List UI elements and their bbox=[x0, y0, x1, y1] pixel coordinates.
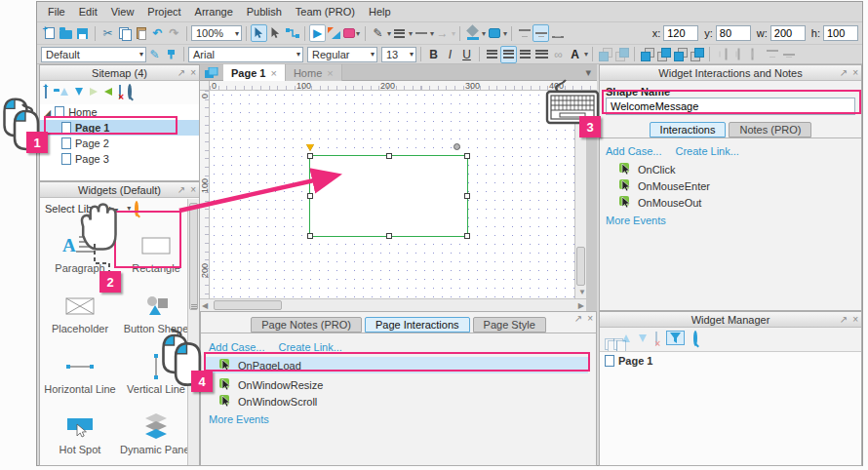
widget-style-select[interactable]: Default▾ bbox=[41, 47, 146, 62]
publish-button[interactable]: ▾ bbox=[342, 24, 361, 42]
save-button[interactable] bbox=[74, 24, 91, 42]
align-centers-button[interactable] bbox=[730, 46, 747, 63]
scroll-left-icon[interactable]: ◀ bbox=[202, 301, 208, 311]
tab-close-icon[interactable]: × bbox=[270, 67, 276, 79]
tab-home[interactable]: Home× bbox=[286, 64, 342, 81]
tab-close-icon[interactable]: × bbox=[327, 67, 333, 79]
share-button[interactable] bbox=[326, 24, 342, 42]
menu-file[interactable]: File bbox=[41, 3, 72, 20]
create-link-link[interactable]: Create Link... bbox=[675, 145, 738, 157]
delete-page-button[interactable] bbox=[119, 86, 121, 98]
bold-button[interactable]: B bbox=[425, 46, 442, 63]
font-select[interactable]: Arial▾ bbox=[188, 47, 303, 62]
selected-rectangle-widget[interactable] bbox=[309, 155, 468, 237]
zoom-select[interactable]: 100%▾ bbox=[191, 25, 242, 41]
resize-handle-s[interactable] bbox=[386, 233, 392, 239]
resize-handle-se[interactable] bbox=[464, 233, 470, 239]
widget-partial-left[interactable] bbox=[44, 457, 116, 466]
open-button[interactable] bbox=[58, 24, 74, 42]
cut-button[interactable]: ✂ bbox=[99, 24, 116, 42]
select-library-dropdown[interactable]: Select Library ▾ bbox=[45, 203, 118, 215]
resize-handle-ne[interactable] bbox=[464, 153, 470, 159]
tree-item-page2[interactable]: Page 2 bbox=[40, 136, 199, 151]
x-field[interactable] bbox=[663, 25, 698, 41]
format-painter-button[interactable] bbox=[163, 46, 179, 63]
tree-item-page3[interactable]: Page 3 bbox=[40, 151, 199, 167]
close-icon[interactable]: × bbox=[852, 312, 858, 327]
scrollbar-thumb[interactable] bbox=[576, 247, 585, 286]
add-case-link[interactable]: Add Case... bbox=[606, 145, 661, 157]
widgets-search-button[interactable] bbox=[135, 203, 138, 215]
widget-dynamic-panel[interactable]: Dynamic Panel bbox=[120, 411, 192, 455]
resize-handle-sw[interactable] bbox=[307, 233, 313, 239]
line-weight-button[interactable] bbox=[391, 24, 408, 42]
y-field[interactable] bbox=[716, 25, 751, 41]
resize-handle-nw[interactable] bbox=[307, 153, 313, 159]
w-field[interactable] bbox=[770, 25, 806, 41]
valign-middle-button[interactable] bbox=[533, 24, 549, 42]
align-right-button[interactable] bbox=[517, 46, 533, 63]
select-mode-button[interactable] bbox=[251, 24, 267, 42]
menu-edit[interactable]: Edit bbox=[72, 3, 104, 20]
send-backward-button[interactable] bbox=[689, 46, 705, 63]
menu-view[interactable]: View bbox=[104, 3, 141, 20]
scroll-down-icon[interactable]: ▼ bbox=[578, 288, 586, 297]
widget-hot-spot[interactable]: Hot Spot bbox=[44, 411, 116, 455]
event-onwindowscroll[interactable]: OnWindowScroll bbox=[204, 393, 588, 410]
bring-forward-button[interactable] bbox=[672, 46, 689, 63]
expand-icon[interactable]: ◢ bbox=[45, 108, 51, 117]
menu-publish[interactable]: Publish bbox=[240, 3, 289, 20]
widget-partial-right[interactable] bbox=[120, 457, 192, 466]
canvas-hscrollbar[interactable]: ◀ ▶ bbox=[200, 298, 586, 311]
tab-page-style[interactable]: Page Style bbox=[473, 317, 546, 333]
menu-team[interactable]: Team (PRO) bbox=[289, 3, 362, 20]
distribute-button[interactable] bbox=[780, 46, 797, 63]
align-center-button[interactable] bbox=[500, 46, 517, 63]
font-weight-select[interactable]: Regular▾ bbox=[307, 47, 377, 62]
undock-icon[interactable]: ↗ bbox=[178, 182, 185, 197]
group-button[interactable] bbox=[597, 46, 613, 63]
redo-button[interactable]: ↷ bbox=[166, 24, 182, 42]
event-onmouseout[interactable]: OnMouseOut bbox=[619, 194, 710, 211]
tab-page-notes[interactable]: Page Notes (PRO) bbox=[251, 317, 362, 333]
tab-notes[interactable]: Notes (PRO) bbox=[729, 122, 811, 137]
paste-button[interactable] bbox=[133, 24, 149, 42]
scroll-up-icon[interactable]: ▲ bbox=[578, 92, 586, 101]
scroll-right-icon[interactable]: ▶ bbox=[578, 301, 584, 311]
event-onwindowresize[interactable]: OnWindowResize bbox=[204, 376, 588, 393]
tree-item-page1[interactable]: Page 1 bbox=[40, 120, 199, 136]
align-right-edges-button[interactable] bbox=[747, 46, 764, 63]
tab-interactions[interactable]: Interactions bbox=[650, 122, 727, 137]
resize-handle-n[interactable] bbox=[386, 153, 392, 159]
widgets-scrollbar[interactable] bbox=[187, 199, 199, 465]
close-icon[interactable]: × bbox=[190, 65, 196, 80]
tab-list-dropdown[interactable]: ▾ bbox=[579, 64, 597, 80]
sitemap-search-button[interactable] bbox=[128, 86, 132, 98]
close-icon[interactable]: × bbox=[190, 182, 196, 197]
align-left-edges-button[interactable] bbox=[714, 46, 730, 63]
widget-vertical-line[interactable]: Vertical Line bbox=[120, 350, 192, 395]
fill-color-button[interactable] bbox=[486, 24, 502, 42]
add-case-link[interactable]: Add Case... bbox=[209, 341, 264, 353]
undo-button[interactable]: ↶ bbox=[149, 24, 166, 42]
tab-page-interactions[interactable]: Page Interactions bbox=[365, 317, 470, 333]
select-intersect-button[interactable] bbox=[267, 24, 284, 42]
bullet-list-button[interactable] bbox=[533, 46, 550, 63]
new-file-button[interactable] bbox=[41, 24, 58, 42]
widget-horizontal-line[interactable]: Horizontal Line bbox=[44, 350, 116, 395]
scrollbar-thumb[interactable] bbox=[214, 300, 282, 310]
h-field[interactable] bbox=[823, 25, 858, 41]
delete-button[interactable] bbox=[655, 333, 657, 344]
border-style-button[interactable]: ✎ bbox=[370, 24, 386, 42]
line-style-button[interactable] bbox=[413, 24, 429, 42]
more-events-link[interactable]: More Events bbox=[209, 413, 269, 425]
fill-bucket-button[interactable] bbox=[464, 24, 481, 42]
shape-name-input[interactable] bbox=[606, 98, 855, 115]
indent-button[interactable] bbox=[90, 86, 98, 98]
widget-button-shape[interactable]: Button Shape bbox=[120, 290, 192, 334]
bring-to-front-button[interactable] bbox=[639, 46, 655, 63]
menu-help[interactable]: Help bbox=[362, 3, 398, 20]
add-page-button[interactable] bbox=[45, 86, 47, 98]
more-events-link[interactable]: More Events bbox=[606, 215, 666, 226]
move-down-button[interactable] bbox=[639, 333, 647, 344]
